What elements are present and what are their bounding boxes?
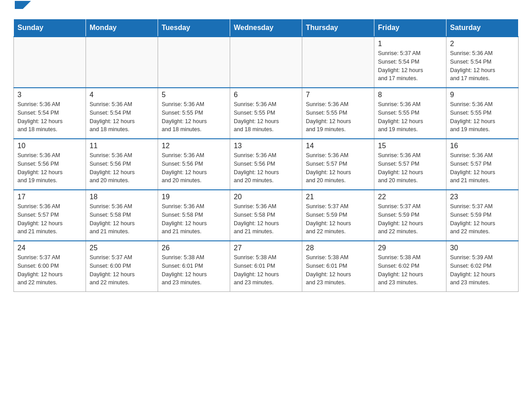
calendar-cell: 23Sunrise: 5:37 AM Sunset: 5:59 PM Dayli… bbox=[446, 190, 519, 241]
calendar-week-4: 17Sunrise: 5:36 AM Sunset: 5:57 PM Dayli… bbox=[14, 190, 519, 241]
calendar-cell: 22Sunrise: 5:37 AM Sunset: 5:59 PM Dayli… bbox=[374, 190, 446, 241]
calendar-cell: 25Sunrise: 5:37 AM Sunset: 6:00 PM Dayli… bbox=[86, 241, 158, 292]
col-header-monday: Monday bbox=[86, 19, 158, 37]
calendar-cell: 18Sunrise: 5:36 AM Sunset: 5:58 PM Dayli… bbox=[86, 190, 158, 241]
calendar-cell: 13Sunrise: 5:36 AM Sunset: 5:56 PM Dayli… bbox=[230, 139, 302, 190]
day-number: 11 bbox=[90, 142, 154, 150]
calendar-cell bbox=[230, 37, 302, 88]
day-info: Sunrise: 5:38 AM Sunset: 6:02 PM Dayligh… bbox=[378, 253, 442, 287]
day-info: Sunrise: 5:38 AM Sunset: 6:01 PM Dayligh… bbox=[162, 253, 226, 287]
day-number: 26 bbox=[162, 244, 226, 252]
calendar-cell: 15Sunrise: 5:36 AM Sunset: 5:57 PM Dayli… bbox=[374, 139, 446, 190]
calendar-cell: 8Sunrise: 5:36 AM Sunset: 5:55 PM Daylig… bbox=[374, 88, 446, 139]
day-number: 7 bbox=[306, 91, 370, 99]
day-number: 24 bbox=[17, 244, 82, 252]
calendar-cell: 4Sunrise: 5:36 AM Sunset: 5:54 PM Daylig… bbox=[86, 88, 158, 139]
calendar-cell: 7Sunrise: 5:36 AM Sunset: 5:55 PM Daylig… bbox=[302, 88, 374, 139]
col-header-saturday: Saturday bbox=[446, 19, 519, 37]
day-info: Sunrise: 5:36 AM Sunset: 5:57 PM Dayligh… bbox=[306, 151, 370, 185]
day-info: Sunrise: 5:36 AM Sunset: 5:56 PM Dayligh… bbox=[162, 151, 226, 185]
calendar-cell bbox=[14, 37, 86, 88]
calendar-cell: 19Sunrise: 5:36 AM Sunset: 5:58 PM Dayli… bbox=[158, 190, 230, 241]
calendar-cell: 24Sunrise: 5:37 AM Sunset: 6:00 PM Dayli… bbox=[14, 241, 86, 292]
day-info: Sunrise: 5:36 AM Sunset: 5:55 PM Dayligh… bbox=[378, 100, 442, 134]
day-info: Sunrise: 5:36 AM Sunset: 5:56 PM Dayligh… bbox=[234, 151, 298, 185]
day-number: 23 bbox=[450, 193, 515, 201]
calendar-week-3: 10Sunrise: 5:36 AM Sunset: 5:56 PM Dayli… bbox=[14, 139, 519, 190]
day-number: 10 bbox=[17, 142, 82, 150]
calendar-cell: 20Sunrise: 5:36 AM Sunset: 5:58 PM Dayli… bbox=[230, 190, 302, 241]
calendar-cell: 3Sunrise: 5:36 AM Sunset: 5:54 PM Daylig… bbox=[14, 88, 86, 139]
calendar-cell: 30Sunrise: 5:39 AM Sunset: 6:02 PM Dayli… bbox=[446, 241, 519, 292]
calendar-cell: 16Sunrise: 5:36 AM Sunset: 5:57 PM Dayli… bbox=[446, 139, 519, 190]
day-number: 22 bbox=[378, 193, 442, 201]
day-number: 2 bbox=[450, 40, 515, 48]
col-header-friday: Friday bbox=[374, 19, 446, 37]
day-info: Sunrise: 5:37 AM Sunset: 5:59 PM Dayligh… bbox=[378, 202, 442, 236]
day-info: Sunrise: 5:36 AM Sunset: 5:58 PM Dayligh… bbox=[162, 202, 226, 236]
day-info: Sunrise: 5:36 AM Sunset: 5:55 PM Dayligh… bbox=[234, 100, 298, 134]
day-number: 30 bbox=[450, 244, 515, 252]
calendar-cell: 14Sunrise: 5:36 AM Sunset: 5:57 PM Dayli… bbox=[302, 139, 374, 190]
day-number: 14 bbox=[306, 142, 370, 150]
calendar-cell: 1Sunrise: 5:37 AM Sunset: 5:54 PM Daylig… bbox=[374, 37, 446, 88]
day-number: 4 bbox=[90, 91, 154, 99]
day-info: Sunrise: 5:38 AM Sunset: 6:01 PM Dayligh… bbox=[306, 253, 370, 287]
day-info: Sunrise: 5:36 AM Sunset: 5:57 PM Dayligh… bbox=[450, 151, 515, 185]
day-number: 1 bbox=[378, 40, 442, 48]
calendar-cell bbox=[158, 37, 230, 88]
day-info: Sunrise: 5:36 AM Sunset: 5:58 PM Dayligh… bbox=[234, 202, 298, 236]
calendar-cell: 2Sunrise: 5:36 AM Sunset: 5:54 PM Daylig… bbox=[446, 37, 519, 88]
logo-arrow-icon bbox=[15, 1, 31, 9]
calendar-week-2: 3Sunrise: 5:36 AM Sunset: 5:54 PM Daylig… bbox=[14, 88, 519, 139]
day-number: 9 bbox=[450, 91, 515, 99]
day-number: 5 bbox=[162, 91, 226, 99]
day-info: Sunrise: 5:37 AM Sunset: 5:59 PM Dayligh… bbox=[450, 202, 515, 236]
day-info: Sunrise: 5:36 AM Sunset: 5:57 PM Dayligh… bbox=[17, 202, 82, 236]
day-info: Sunrise: 5:36 AM Sunset: 5:54 PM Dayligh… bbox=[90, 100, 154, 134]
calendar-cell: 10Sunrise: 5:36 AM Sunset: 5:56 PM Dayli… bbox=[14, 139, 86, 190]
day-info: Sunrise: 5:37 AM Sunset: 5:54 PM Dayligh… bbox=[378, 49, 442, 83]
day-number: 13 bbox=[234, 142, 298, 150]
day-info: Sunrise: 5:37 AM Sunset: 6:00 PM Dayligh… bbox=[17, 253, 82, 287]
day-info: Sunrise: 5:39 AM Sunset: 6:02 PM Dayligh… bbox=[450, 253, 515, 287]
calendar-cell: 29Sunrise: 5:38 AM Sunset: 6:02 PM Dayli… bbox=[374, 241, 446, 292]
day-number: 8 bbox=[378, 91, 442, 99]
day-info: Sunrise: 5:37 AM Sunset: 6:00 PM Dayligh… bbox=[90, 253, 154, 287]
day-number: 6 bbox=[234, 91, 298, 99]
col-header-thursday: Thursday bbox=[302, 19, 374, 37]
calendar-header-row: SundayMondayTuesdayWednesdayThursdayFrid… bbox=[14, 19, 519, 37]
day-info: Sunrise: 5:36 AM Sunset: 5:55 PM Dayligh… bbox=[162, 100, 226, 134]
day-number: 28 bbox=[306, 244, 370, 252]
calendar-cell: 12Sunrise: 5:36 AM Sunset: 5:56 PM Dayli… bbox=[158, 139, 230, 190]
day-number: 29 bbox=[378, 244, 442, 252]
calendar-cell: 9Sunrise: 5:36 AM Sunset: 5:55 PM Daylig… bbox=[446, 88, 519, 139]
calendar-table: SundayMondayTuesdayWednesdayThursdayFrid… bbox=[13, 19, 519, 292]
day-info: Sunrise: 5:36 AM Sunset: 5:54 PM Dayligh… bbox=[450, 49, 515, 83]
day-info: Sunrise: 5:36 AM Sunset: 5:56 PM Dayligh… bbox=[17, 151, 82, 185]
calendar-cell: 5Sunrise: 5:36 AM Sunset: 5:55 PM Daylig… bbox=[158, 88, 230, 139]
calendar-cell bbox=[302, 37, 374, 88]
calendar-cell: 6Sunrise: 5:36 AM Sunset: 5:55 PM Daylig… bbox=[230, 88, 302, 139]
day-info: Sunrise: 5:36 AM Sunset: 5:58 PM Dayligh… bbox=[90, 202, 154, 236]
calendar-cell: 28Sunrise: 5:38 AM Sunset: 6:01 PM Dayli… bbox=[302, 241, 374, 292]
day-info: Sunrise: 5:36 AM Sunset: 5:55 PM Dayligh… bbox=[306, 100, 370, 134]
day-number: 21 bbox=[306, 193, 370, 201]
day-number: 20 bbox=[234, 193, 298, 201]
day-info: Sunrise: 5:37 AM Sunset: 5:59 PM Dayligh… bbox=[306, 202, 370, 236]
calendar-cell: 17Sunrise: 5:36 AM Sunset: 5:57 PM Dayli… bbox=[14, 190, 86, 241]
day-number: 18 bbox=[90, 193, 154, 201]
day-info: Sunrise: 5:36 AM Sunset: 5:57 PM Dayligh… bbox=[378, 151, 442, 185]
day-number: 3 bbox=[17, 91, 82, 99]
page-header bbox=[13, 9, 519, 10]
calendar-cell: 26Sunrise: 5:38 AM Sunset: 6:01 PM Dayli… bbox=[158, 241, 230, 292]
logo bbox=[13, 9, 31, 10]
calendar-cell bbox=[86, 37, 158, 88]
day-number: 15 bbox=[378, 142, 442, 150]
day-info: Sunrise: 5:36 AM Sunset: 5:55 PM Dayligh… bbox=[450, 100, 515, 134]
day-number: 25 bbox=[90, 244, 154, 252]
day-info: Sunrise: 5:36 AM Sunset: 5:54 PM Dayligh… bbox=[17, 100, 82, 134]
calendar-week-5: 24Sunrise: 5:37 AM Sunset: 6:00 PM Dayli… bbox=[14, 241, 519, 292]
day-number: 16 bbox=[450, 142, 515, 150]
calendar-cell: 21Sunrise: 5:37 AM Sunset: 5:59 PM Dayli… bbox=[302, 190, 374, 241]
